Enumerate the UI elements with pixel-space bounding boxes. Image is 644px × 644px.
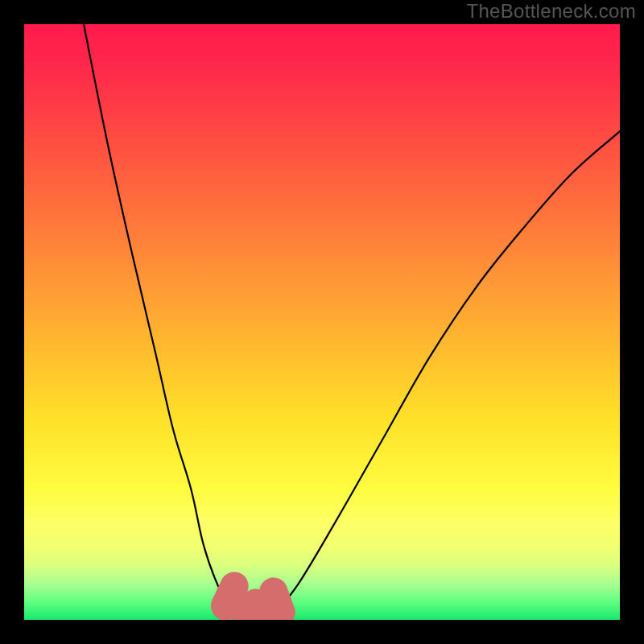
- valley-markers: [206, 568, 299, 620]
- chart-stage: TheBottleneck.com: [0, 0, 644, 644]
- watermark: TheBottleneck.com: [466, 0, 636, 23]
- curve-svg: [24, 24, 620, 620]
- plot-area: [24, 24, 620, 620]
- valley-connector: [230, 603, 288, 620]
- bottleneck-curve: [84, 24, 620, 617]
